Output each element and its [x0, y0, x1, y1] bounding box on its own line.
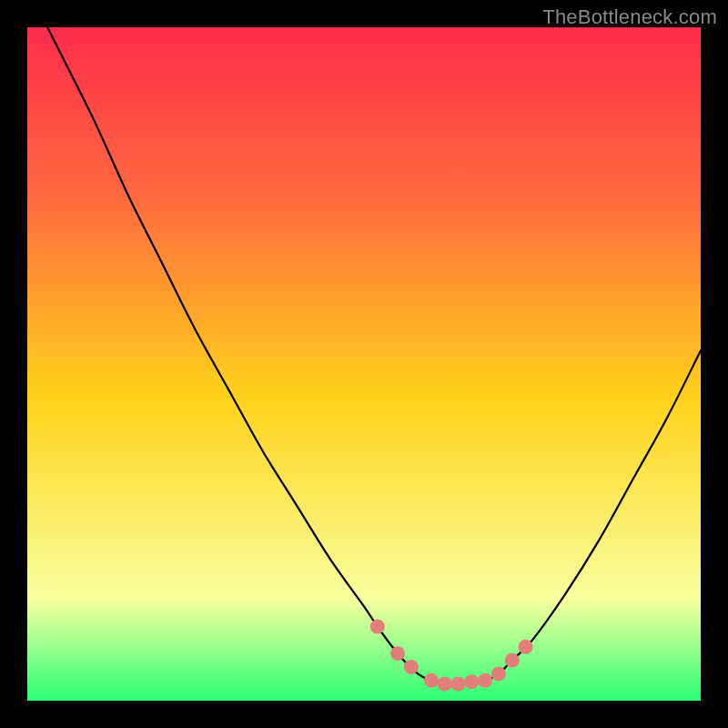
optimal-marker — [464, 674, 479, 689]
optimal-marker — [438, 677, 452, 692]
plot-area — [27, 27, 701, 701]
chart-container: TheBottleneck.com — [0, 0, 728, 728]
optimal-marker — [390, 646, 405, 661]
bottleneck-curve — [27, 27, 701, 701]
optimal-marker — [451, 677, 466, 692]
optimal-marker — [519, 640, 533, 654]
optimal-marker — [424, 673, 439, 688]
optimal-marker — [404, 660, 419, 674]
optimal-marker — [505, 653, 520, 668]
optimal-marker — [370, 620, 385, 634]
watermark-text: TheBottleneck.com — [542, 5, 717, 29]
optimal-marker — [491, 666, 506, 681]
optimal-marker — [478, 673, 492, 688]
